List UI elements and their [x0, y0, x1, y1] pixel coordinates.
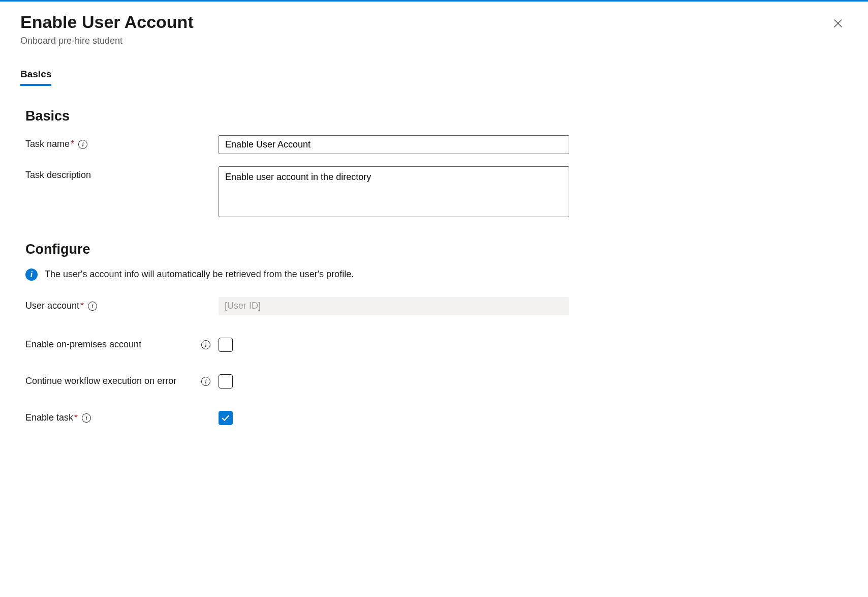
info-banner-text: The user's account info will automatical…	[45, 269, 354, 280]
enable-task-label: Enable task	[25, 412, 73, 423]
continue-on-error-label: Continue workflow execution on error	[25, 376, 176, 386]
section-heading-basics: Basics	[20, 108, 848, 124]
continue-on-error-checkbox[interactable]	[219, 374, 233, 389]
user-account-label: User account	[25, 301, 79, 311]
task-name-label: Task name	[25, 139, 70, 150]
task-name-input[interactable]	[219, 135, 569, 154]
task-description-label: Task description	[25, 170, 91, 181]
info-icon[interactable]: i	[201, 377, 210, 386]
required-marker: *	[71, 139, 74, 150]
info-badge-icon: i	[25, 268, 38, 281]
enable-task-checkbox[interactable]	[219, 411, 233, 425]
user-account-field: [User ID]	[219, 297, 569, 315]
enable-onprem-label: Enable on-premises account	[25, 339, 141, 350]
info-icon[interactable]: i	[82, 413, 91, 423]
info-icon[interactable]: i	[88, 302, 97, 311]
user-account-placeholder: [User ID]	[225, 301, 261, 311]
info-icon[interactable]: i	[78, 140, 87, 149]
task-description-input[interactable]	[219, 166, 569, 217]
checkmark-icon	[221, 413, 230, 423]
page-title: Enable User Account	[20, 12, 194, 33]
close-button[interactable]	[828, 14, 848, 35]
page-subtitle: Onboard pre-hire student	[20, 36, 194, 46]
info-icon[interactable]: i	[201, 340, 210, 349]
enable-onprem-checkbox[interactable]	[219, 338, 233, 352]
section-heading-configure: Configure	[20, 242, 848, 257]
required-marker: *	[74, 412, 78, 423]
tab-basics[interactable]: Basics	[20, 69, 51, 86]
close-icon	[832, 18, 844, 29]
required-marker: *	[80, 301, 84, 311]
